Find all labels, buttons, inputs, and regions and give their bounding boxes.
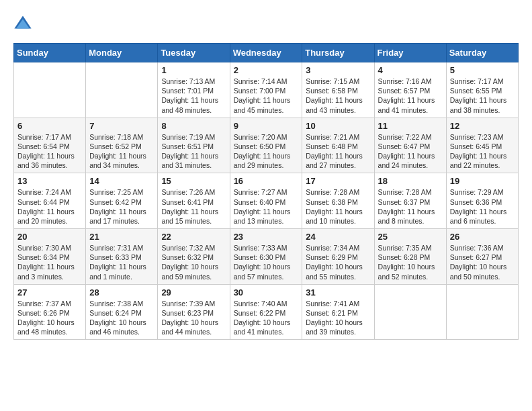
- calendar-header-row: SundayMondayTuesdayWednesdayThursdayFrid…: [14, 44, 519, 62]
- page-header: [13, 13, 519, 32]
- calendar-table: SundayMondayTuesdayWednesdayThursdayFrid…: [13, 43, 519, 340]
- day-info: Sunrise: 7:41 AM Sunset: 6:21 PM Dayligh…: [306, 299, 370, 337]
- day-info: Sunrise: 7:26 AM Sunset: 6:41 PM Dayligh…: [161, 187, 226, 226]
- calendar-day-cell: [374, 284, 446, 340]
- day-number: 15: [161, 176, 226, 186]
- calendar-week-row: 27Sunrise: 7:37 AM Sunset: 6:26 PM Dayli…: [14, 284, 519, 340]
- calendar-day-cell: [446, 284, 518, 340]
- day-info: Sunrise: 7:18 AM Sunset: 6:52 PM Dayligh…: [89, 132, 154, 171]
- day-info: Sunrise: 7:39 AM Sunset: 6:23 PM Dayligh…: [161, 299, 226, 337]
- calendar-day-cell: 24Sunrise: 7:34 AM Sunset: 6:29 PM Dayli…: [302, 229, 374, 285]
- day-info: Sunrise: 7:38 AM Sunset: 6:24 PM Dayligh…: [89, 299, 154, 337]
- day-number: 9: [234, 121, 299, 131]
- day-info: Sunrise: 7:23 AM Sunset: 6:45 PM Dayligh…: [450, 132, 515, 171]
- day-number: 2: [234, 65, 299, 75]
- day-info: Sunrise: 7:24 AM Sunset: 6:44 PM Dayligh…: [17, 187, 82, 226]
- day-info: Sunrise: 7:15 AM Sunset: 6:58 PM Dayligh…: [306, 77, 370, 115]
- calendar-day-cell: 15Sunrise: 7:26 AM Sunset: 6:41 PM Dayli…: [158, 173, 230, 229]
- calendar-day-cell: 3Sunrise: 7:15 AM Sunset: 6:58 PM Daylig…: [302, 62, 374, 118]
- calendar-day-cell: 8Sunrise: 7:19 AM Sunset: 6:51 PM Daylig…: [158, 118, 230, 173]
- calendar-week-row: 20Sunrise: 7:30 AM Sunset: 6:34 PM Dayli…: [14, 229, 519, 285]
- day-info: Sunrise: 7:19 AM Sunset: 6:51 PM Dayligh…: [161, 132, 226, 171]
- day-number: 1: [161, 65, 226, 75]
- calendar-day-cell: 30Sunrise: 7:40 AM Sunset: 6:22 PM Dayli…: [230, 284, 302, 340]
- day-info: Sunrise: 7:40 AM Sunset: 6:22 PM Dayligh…: [234, 299, 299, 337]
- calendar-day-cell: 14Sunrise: 7:25 AM Sunset: 6:42 PM Dayli…: [86, 173, 158, 229]
- calendar-header-cell: Wednesday: [230, 44, 302, 62]
- calendar-week-row: 13Sunrise: 7:24 AM Sunset: 6:44 PM Dayli…: [14, 173, 519, 229]
- day-info: Sunrise: 7:29 AM Sunset: 6:36 PM Dayligh…: [450, 187, 515, 226]
- day-info: Sunrise: 7:33 AM Sunset: 6:30 PM Dayligh…: [234, 243, 299, 281]
- day-info: Sunrise: 7:25 AM Sunset: 6:42 PM Dayligh…: [89, 187, 154, 226]
- calendar-day-cell: 6Sunrise: 7:17 AM Sunset: 6:54 PM Daylig…: [14, 118, 86, 173]
- day-number: 22: [161, 232, 226, 242]
- calendar-header-cell: Saturday: [446, 44, 518, 62]
- calendar-day-cell: 25Sunrise: 7:35 AM Sunset: 6:28 PM Dayli…: [374, 229, 446, 285]
- calendar-day-cell: 18Sunrise: 7:28 AM Sunset: 6:37 PM Dayli…: [374, 173, 446, 229]
- calendar-day-cell: [14, 62, 86, 118]
- day-number: 7: [89, 121, 154, 131]
- day-number: 6: [17, 121, 82, 131]
- logo: [13, 13, 35, 32]
- calendar-body: 1Sunrise: 7:13 AM Sunset: 7:01 PM Daylig…: [14, 62, 519, 340]
- calendar-day-cell: 4Sunrise: 7:16 AM Sunset: 6:57 PM Daylig…: [374, 62, 446, 118]
- calendar-day-cell: 29Sunrise: 7:39 AM Sunset: 6:23 PM Dayli…: [158, 284, 230, 340]
- calendar-day-cell: 21Sunrise: 7:31 AM Sunset: 6:33 PM Dayli…: [86, 229, 158, 285]
- calendar-day-cell: 19Sunrise: 7:29 AM Sunset: 6:36 PM Dayli…: [446, 173, 518, 229]
- calendar-day-cell: 2Sunrise: 7:14 AM Sunset: 7:00 PM Daylig…: [230, 62, 302, 118]
- day-number: 19: [450, 176, 515, 186]
- day-number: 24: [306, 232, 370, 242]
- calendar-day-cell: 11Sunrise: 7:22 AM Sunset: 6:47 PM Dayli…: [374, 118, 446, 173]
- day-info: Sunrise: 7:35 AM Sunset: 6:28 PM Dayligh…: [378, 243, 443, 281]
- calendar-header-cell: Friday: [374, 44, 446, 62]
- calendar-day-cell: 1Sunrise: 7:13 AM Sunset: 7:01 PM Daylig…: [158, 62, 230, 118]
- day-info: Sunrise: 7:28 AM Sunset: 6:38 PM Dayligh…: [306, 187, 370, 226]
- day-info: Sunrise: 7:28 AM Sunset: 6:37 PM Dayligh…: [378, 187, 443, 226]
- calendar-day-cell: 23Sunrise: 7:33 AM Sunset: 6:30 PM Dayli…: [230, 229, 302, 285]
- day-number: 12: [450, 121, 515, 131]
- calendar-header-cell: Tuesday: [158, 44, 230, 62]
- day-info: Sunrise: 7:17 AM Sunset: 6:54 PM Dayligh…: [17, 132, 82, 171]
- calendar-day-cell: 10Sunrise: 7:21 AM Sunset: 6:48 PM Dayli…: [302, 118, 374, 173]
- calendar-day-cell: 13Sunrise: 7:24 AM Sunset: 6:44 PM Dayli…: [14, 173, 86, 229]
- day-number: 20: [17, 232, 82, 242]
- calendar-day-cell: 16Sunrise: 7:27 AM Sunset: 6:40 PM Dayli…: [230, 173, 302, 229]
- day-number: 30: [234, 287, 299, 298]
- day-number: 26: [450, 232, 515, 242]
- day-number: 18: [378, 176, 443, 186]
- day-number: 27: [17, 287, 82, 298]
- calendar-day-cell: [86, 62, 158, 118]
- day-info: Sunrise: 7:37 AM Sunset: 6:26 PM Dayligh…: [17, 299, 82, 337]
- day-number: 14: [89, 176, 154, 186]
- day-number: 21: [89, 232, 154, 242]
- day-number: 31: [306, 287, 370, 298]
- day-number: 29: [161, 287, 226, 298]
- day-info: Sunrise: 7:30 AM Sunset: 6:34 PM Dayligh…: [17, 243, 82, 281]
- day-number: 13: [17, 176, 82, 186]
- calendar-day-cell: 17Sunrise: 7:28 AM Sunset: 6:38 PM Dayli…: [302, 173, 374, 229]
- day-number: 25: [378, 232, 443, 242]
- logo-icon: [13, 13, 32, 32]
- day-info: Sunrise: 7:34 AM Sunset: 6:29 PM Dayligh…: [306, 243, 370, 281]
- day-number: 10: [306, 121, 370, 131]
- calendar-day-cell: 31Sunrise: 7:41 AM Sunset: 6:21 PM Dayli…: [302, 284, 374, 340]
- day-info: Sunrise: 7:31 AM Sunset: 6:33 PM Dayligh…: [89, 243, 154, 281]
- day-info: Sunrise: 7:14 AM Sunset: 7:00 PM Dayligh…: [234, 77, 299, 115]
- calendar-day-cell: 12Sunrise: 7:23 AM Sunset: 6:45 PM Dayli…: [446, 118, 518, 173]
- day-number: 4: [378, 65, 443, 75]
- day-number: 3: [306, 65, 370, 75]
- day-info: Sunrise: 7:13 AM Sunset: 7:01 PM Dayligh…: [161, 77, 226, 115]
- calendar-week-row: 6Sunrise: 7:17 AM Sunset: 6:54 PM Daylig…: [14, 118, 519, 173]
- calendar-header-cell: Thursday: [302, 44, 374, 62]
- day-number: 23: [234, 232, 299, 242]
- day-number: 8: [161, 121, 226, 131]
- day-info: Sunrise: 7:20 AM Sunset: 6:50 PM Dayligh…: [234, 132, 299, 171]
- day-info: Sunrise: 7:36 AM Sunset: 6:27 PM Dayligh…: [450, 243, 515, 281]
- day-info: Sunrise: 7:16 AM Sunset: 6:57 PM Dayligh…: [378, 77, 443, 115]
- calendar-day-cell: 28Sunrise: 7:38 AM Sunset: 6:24 PM Dayli…: [86, 284, 158, 340]
- day-number: 17: [306, 176, 370, 186]
- day-info: Sunrise: 7:21 AM Sunset: 6:48 PM Dayligh…: [306, 132, 370, 171]
- calendar-header-cell: Sunday: [14, 44, 86, 62]
- calendar-day-cell: 20Sunrise: 7:30 AM Sunset: 6:34 PM Dayli…: [14, 229, 86, 285]
- day-info: Sunrise: 7:22 AM Sunset: 6:47 PM Dayligh…: [378, 132, 443, 171]
